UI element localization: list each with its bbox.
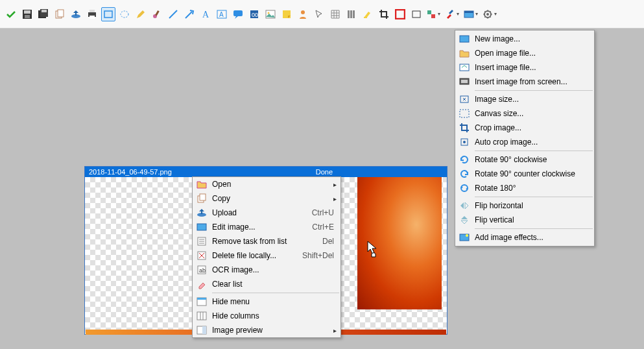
arrow-icon[interactable] <box>182 7 197 21</box>
im-size[interactable]: Image size... <box>455 92 594 106</box>
ctx-edit[interactable]: Edit image... Ctrl+E <box>193 220 340 234</box>
svg-rect-1 <box>24 10 30 14</box>
submenu-arrow-icon: ▸ <box>329 327 337 334</box>
step-icon[interactable]: 001 <box>247 7 261 21</box>
tools-dropdown[interactable]: ▾ <box>444 8 461 20</box>
save-icon[interactable] <box>20 7 34 21</box>
copy-icon[interactable] <box>53 7 67 21</box>
svg-rect-12 <box>104 11 112 18</box>
brush-icon[interactable] <box>150 7 164 21</box>
svg-rect-34 <box>427 10 431 14</box>
ctx-image-preview[interactable]: Image preview ▸ <box>193 323 340 337</box>
text-icon[interactable]: A <box>198 7 213 21</box>
person-icon[interactable] <box>296 7 310 21</box>
rect-select-icon[interactable] <box>101 7 115 21</box>
separator <box>475 150 593 151</box>
picture-icon[interactable] <box>263 7 278 21</box>
im-flipv[interactable]: Flip vertical <box>455 213 594 227</box>
im-rotcw[interactable]: Rotate 90° clockwise <box>455 152 594 167</box>
sticky-icon[interactable] <box>280 7 294 21</box>
separator <box>212 293 339 293</box>
file-name: 2018-11-04_06-49-57.png <box>89 168 172 176</box>
ctx-copy[interactable]: Copy ▸ <box>193 191 340 206</box>
svg-rect-11 <box>89 16 95 19</box>
print-icon[interactable] <box>85 7 99 21</box>
check-icon[interactable] <box>4 7 18 21</box>
im-insert[interactable]: Insert image file... <box>455 60 594 75</box>
crop-icon[interactable] <box>377 7 391 21</box>
file-status: Done <box>316 168 333 176</box>
svg-point-68 <box>466 234 468 237</box>
image-dropdown[interactable]: ▾ <box>463 8 480 20</box>
separator <box>475 228 593 229</box>
cursor-icon[interactable] <box>312 7 326 21</box>
rect-icon[interactable] <box>409 7 423 21</box>
svg-rect-35 <box>431 14 435 18</box>
text-box-icon[interactable]: A <box>215 7 229 21</box>
svg-line-17 <box>185 12 192 18</box>
svg-rect-63 <box>460 110 469 117</box>
svg-rect-33 <box>412 11 420 18</box>
svg-rect-29 <box>350 10 352 18</box>
ctx-ocr[interactable]: ab OCR image... <box>193 263 340 277</box>
im-new[interactable]: New image... <box>455 32 594 46</box>
im-rotccw[interactable]: Rotate 90° counter clockwise <box>455 167 594 181</box>
svg-point-66 <box>461 185 468 191</box>
svg-text:ab: ab <box>199 267 206 274</box>
svg-rect-37 <box>464 11 473 13</box>
ctx-clear[interactable]: Clear list <box>193 277 340 291</box>
svg-rect-61 <box>461 80 468 83</box>
svg-text:001: 001 <box>252 12 259 18</box>
submenu-arrow-icon: ▸ <box>329 195 337 202</box>
upload-icon[interactable] <box>69 7 83 21</box>
ellipse-select-icon[interactable] <box>117 7 132 21</box>
im-screen[interactable]: Insert image from screen... <box>455 75 594 89</box>
ctx-hide-columns[interactable]: Hide columns <box>193 309 340 323</box>
im-fliph[interactable]: Flip horizontal <box>455 199 594 213</box>
im-crop[interactable]: Crop image... <box>455 121 594 135</box>
svg-rect-7 <box>58 10 64 17</box>
svg-rect-58 <box>460 36 469 42</box>
svg-rect-21 <box>233 10 243 16</box>
save-all-icon[interactable] <box>36 7 51 21</box>
svg-rect-43 <box>197 224 206 230</box>
svg-rect-52 <box>197 298 206 300</box>
svg-rect-28 <box>348 10 350 18</box>
gear-dropdown[interactable]: ▾ <box>482 8 499 20</box>
svg-rect-10 <box>89 10 95 12</box>
grid-icon[interactable] <box>328 7 342 21</box>
submenu-arrow-icon: ▸ <box>329 181 337 188</box>
svg-rect-31 <box>364 17 367 18</box>
svg-text:A: A <box>202 10 209 19</box>
speech-icon[interactable] <box>231 7 245 21</box>
svg-point-27 <box>301 10 305 14</box>
svg-rect-41 <box>200 194 206 200</box>
columns-icon[interactable] <box>344 7 359 21</box>
separator <box>475 197 593 197</box>
pencil-icon[interactable] <box>134 7 148 21</box>
line-icon[interactable] <box>166 7 180 21</box>
im-effects[interactable]: Add image effects... <box>455 230 594 245</box>
im-rot180[interactable]: Rotate 180° <box>455 181 594 195</box>
svg-rect-2 <box>25 15 30 18</box>
file-title-bar[interactable]: 2018-11-04_06-49-57.png Done <box>85 167 447 177</box>
svg-point-39 <box>486 13 489 16</box>
svg-line-16 <box>169 10 177 18</box>
ctx-hide-menu[interactable]: Hide menu <box>193 295 340 309</box>
ctx-upload[interactable]: Upload Ctrl+U <box>193 206 340 220</box>
im-autocrop[interactable]: Auto crop image... <box>455 135 594 149</box>
highlight-icon[interactable] <box>361 7 375 21</box>
svg-rect-30 <box>353 10 355 18</box>
ctx-delete[interactable]: Delete file locally... Shift+Del <box>193 248 340 263</box>
target-icon[interactable] <box>393 7 407 21</box>
swatch-dropdown[interactable]: ▾ <box>425 8 442 20</box>
separator <box>475 90 593 91</box>
ctx-remove[interactable]: Remove task from list Del <box>193 234 340 248</box>
im-open[interactable]: Open image file... <box>455 46 594 60</box>
image-menu: New image... Open image file... Insert i… <box>455 30 595 247</box>
svg-point-65 <box>463 141 466 143</box>
svg-rect-53 <box>197 312 206 320</box>
ctx-open[interactable]: Open ▸ <box>193 177 340 191</box>
im-canvas[interactable]: Canvas size... <box>455 106 594 121</box>
svg-rect-26 <box>283 10 291 18</box>
